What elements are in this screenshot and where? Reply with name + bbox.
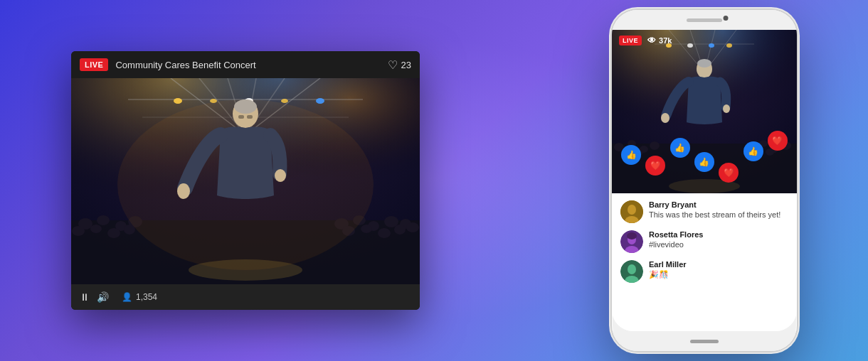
reaction-thumb-3: 👍	[694, 152, 714, 172]
avatar-rosetta	[620, 230, 643, 253]
main-scene: LIVE Community Cares Benefit Concert ♡ 2…	[71, 17, 797, 344]
comment-item-rosetta: Rosetta Flores #livevideo	[620, 230, 788, 253]
svg-point-70	[661, 113, 669, 123]
player-top-bar: LIVE Community Cares Benefit Concert ♡ 2…	[71, 51, 420, 78]
svg-point-43	[117, 99, 374, 270]
home-indicator	[690, 340, 719, 343]
avatar-barry	[620, 200, 643, 223]
svg-point-82	[628, 264, 636, 274]
live-badge-desktop: LIVE	[80, 58, 108, 71]
phone-bottom	[612, 331, 797, 351]
comment-item-earl: Earl Miller 🎉🎊	[620, 260, 788, 283]
phone-top	[612, 10, 797, 30]
reaction-heart-1: ❤️	[645, 156, 665, 176]
phone-camera	[724, 16, 729, 21]
desktop-player: LIVE Community Cares Benefit Concert ♡ 2…	[71, 51, 420, 310]
comment-body-earl: Earl Miller 🎉🎊	[649, 260, 788, 279]
volume-button[interactable]: 🔊	[97, 291, 109, 303]
reaction-thumb-1: 👍	[621, 145, 641, 165]
reaction-thumb-2: 👍	[670, 138, 690, 158]
phone-viewer-count: 👁 37k	[647, 36, 672, 45]
viewer-count: 👤 1,354	[122, 292, 157, 302]
reaction-heart-3: ❤️	[768, 131, 788, 151]
commenter-text-earl: 🎉🎊	[649, 269, 788, 279]
svg-point-33	[378, 228, 391, 238]
player-bottom-bar: ⏸ 🔊 👤 1,354	[71, 284, 420, 310]
svg-point-35	[406, 222, 419, 232]
svg-point-75	[628, 205, 636, 215]
comment-body-barry: Barry Bryant This was the best stream of…	[649, 200, 788, 220]
commenter-text-barry: This was the best stream of theirs yet!	[649, 210, 788, 220]
comment-body-rosetta: Rosetta Flores #livevideo	[649, 230, 788, 249]
svg-point-32	[361, 225, 372, 233]
player-title: Community Cares Benefit Concert	[115, 60, 380, 70]
eye-icon: 👁	[647, 36, 656, 45]
svg-point-71	[723, 104, 730, 113]
svg-point-12	[174, 98, 182, 104]
reaction-heart-2: ❤️	[719, 163, 739, 183]
viewer-icon: 👤	[122, 292, 132, 302]
reaction-thumb-4: 👍	[743, 141, 763, 161]
commenter-name-barry: Barry Bryant	[649, 200, 788, 209]
svg-point-24	[107, 228, 120, 238]
svg-point-23	[90, 225, 102, 233]
heart-count: 23	[401, 60, 411, 70]
phone-screen: LIVE 👁 37k 👍 ❤️ 👍 👍 ❤️ 👍 ❤️	[612, 30, 797, 331]
phone-speaker	[687, 18, 722, 22]
player-heart-area: ♡ 23	[388, 58, 411, 72]
phone-live-bar: LIVE 👁 37k	[612, 36, 797, 45]
comment-item-barry: Barry Bryant This was the best stream of…	[620, 200, 788, 223]
svg-point-34	[394, 225, 406, 235]
phone-video: LIVE 👁 37k 👍 ❤️ 👍 👍 ❤️ 👍 ❤️	[612, 30, 797, 193]
commenter-name-earl: Earl Miller	[649, 260, 788, 269]
pause-button[interactable]: ⏸	[80, 291, 90, 303]
svg-point-72	[697, 59, 711, 68]
viewer-number: 1,354	[136, 292, 157, 302]
svg-point-15	[281, 99, 288, 103]
commenter-text-rosetta: #livevideo	[649, 239, 788, 249]
concert-image	[71, 78, 420, 284]
svg-point-16	[316, 98, 324, 104]
avatar-earl	[620, 260, 643, 283]
commenter-name-rosetta: Rosetta Flores	[649, 230, 788, 239]
comments-section: Barry Bryant This was the best stream of…	[612, 193, 797, 331]
reactions-overlay: 👍 ❤️ 👍 👍 ❤️ 👍 ❤️	[612, 129, 797, 186]
heart-icon: ♡	[388, 58, 398, 72]
phone-viewer-number: 37k	[659, 36, 672, 45]
svg-point-19	[97, 215, 110, 225]
svg-point-22	[72, 226, 85, 236]
phone-mockup: LIVE 👁 37k 👍 ❤️ 👍 👍 ❤️ 👍 ❤️	[612, 10, 797, 351]
svg-point-80	[627, 232, 637, 239]
live-badge-phone: LIVE	[619, 36, 642, 45]
